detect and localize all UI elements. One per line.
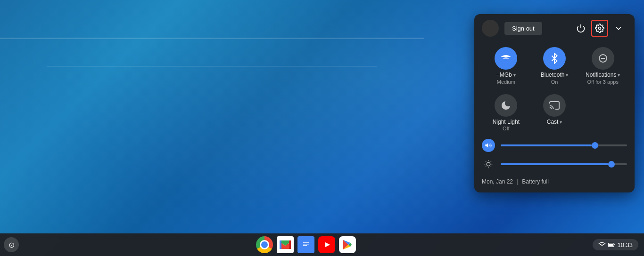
wifi-sublabel: Medium [497,79,515,85]
system-tray[interactable]: 10:33 [593,239,638,250]
playstore-icon [339,236,356,253]
panel-header: Sign out [474,14,635,42]
brightness-slider-track[interactable] [501,163,627,165]
svg-point-1 [599,27,601,30]
svg-line-13 [486,167,486,167]
gmail-app[interactable] [276,235,295,254]
svg-rect-23 [609,244,613,246]
bluetooth-toggle-circle [543,47,566,70]
cast-icon [549,100,560,111]
cast-toggle-circle [543,94,566,117]
svg-rect-15 [302,240,310,250]
svg-line-14 [491,161,491,162]
svg-rect-18 [303,245,307,246]
chrome-icon [256,236,273,253]
panel-footer: Mon, Jan 22 | Battery full [474,174,635,187]
volume-icon [485,142,492,149]
taskbar-left [0,237,19,252]
power-icon [576,24,586,33]
cast-label: Cast ▾ [547,119,562,126]
settings-button[interactable] [591,20,608,37]
taskbar-right: 10:33 [593,239,644,250]
svg-rect-17 [303,244,309,245]
chrome-app[interactable] [255,235,274,254]
nightlight-toggle[interactable]: Night Light Off [482,89,530,136]
brightness-icon-plain [482,158,495,171]
svg-line-10 [491,167,491,167]
expand-button[interactable] [610,20,627,37]
svg-line-9 [486,161,486,162]
wifi-tray-icon [598,241,606,248]
quick-settings-panel: Sign out [474,14,635,192]
volume-slider-thumb [592,142,598,149]
notifications-sublabel: Off for 3 apps [587,79,618,85]
bluetooth-sublabel: On [551,79,558,85]
avatar [482,20,499,37]
wifi-icon [500,53,512,64]
tray-time: 10:33 [617,241,633,248]
wifi-label: –MGb ▾ [496,72,515,79]
cast-toggle[interactable]: Cast ▾ [530,89,579,136]
nightlight-label: Night Light [493,119,520,126]
bluetooth-toggle[interactable]: Bluetooth ▾ On [530,42,579,89]
toggles-row-2: Night Light Off Cast ▾ [474,89,635,136]
brightness-icon [484,160,493,168]
gmail-icon [277,236,294,253]
nightlight-toggle-circle [495,94,517,117]
notifications-toggle[interactable]: Notifications ▾ Off for 3 apps [578,42,627,89]
volume-slider-fill [501,144,592,146]
svg-rect-16 [303,242,309,243]
svg-marker-5 [485,144,488,148]
power-button[interactable] [572,20,589,37]
bluetooth-label: Bluetooth ▾ [541,72,569,79]
notifications-off-icon [597,53,609,64]
docs-icon [297,236,314,253]
chevron-down-icon [614,24,623,33]
desktop: Sign out [0,0,644,256]
wifi-toggle-circle [495,47,517,70]
footer-divider: | [517,178,518,185]
wifi-toggle[interactable]: –MGb ▾ Medium [482,42,530,89]
toggles-row-1: –MGb ▾ Medium Bluetooth ▾ On [474,42,635,89]
brightness-slider-fill [501,163,608,165]
gear-icon [595,24,604,33]
desktop-wave-1 [0,38,424,132]
notifications-toggle-circle [592,47,614,70]
nightlight-sublabel: Off [503,126,509,131]
footer-battery-status: Battery full [522,178,549,185]
launcher-button[interactable] [4,237,19,252]
youtube-app[interactable] [317,235,336,254]
desktop-wave-2 [47,66,377,151]
svg-point-6 [487,162,490,166]
volume-slider-row [474,136,635,155]
bluetooth-icon [549,53,560,64]
volume-icon-circle [482,139,495,152]
volume-slider-track[interactable] [501,144,627,146]
brightness-slider-thumb [608,161,615,168]
sign-out-button[interactable]: Sign out [504,22,542,35]
panel-header-icons [572,20,627,37]
youtube-icon [318,236,335,253]
empty-toggle [578,89,627,136]
notifications-label: Notifications ▾ [586,72,620,79]
brightness-slider-row [474,155,635,174]
footer-date: Mon, Jan 22 [482,178,513,185]
battery-tray-icon [608,241,615,248]
docs-app[interactable] [297,235,315,254]
playstore-app[interactable] [338,235,357,254]
taskbar: 10:33 [0,233,644,256]
nightlight-icon [500,100,512,111]
taskbar-center [19,235,593,254]
